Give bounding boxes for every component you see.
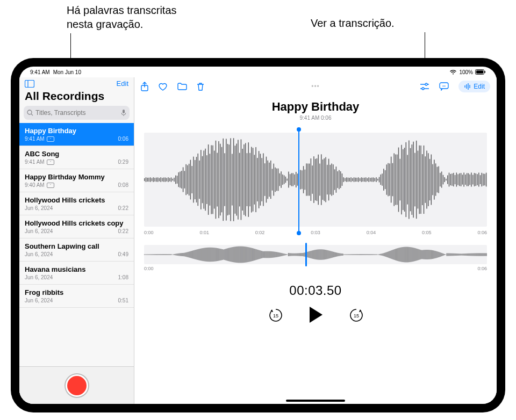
edit-button[interactable]: Edit (458, 81, 490, 92)
more-dots-icon[interactable]: ••• (311, 83, 320, 90)
svg-rect-92 (253, 148, 253, 211)
svg-rect-292 (187, 252, 188, 257)
svg-rect-237 (468, 173, 469, 186)
svg-rect-540 (442, 254, 443, 256)
svg-rect-48 (187, 165, 188, 194)
trash-icon[interactable] (197, 82, 204, 91)
svg-rect-93 (254, 155, 255, 204)
svg-rect-357 (254, 249, 255, 260)
waveform-overview[interactable] (144, 245, 487, 264)
svg-rect-218 (440, 173, 440, 187)
svg-rect-285 (180, 253, 181, 256)
status-time: 9:41 AM (30, 69, 50, 75)
skip-forward-15-icon[interactable]: 15 (348, 307, 363, 322)
svg-rect-155 (346, 177, 347, 182)
svg-rect-252 (146, 254, 147, 255)
svg-rect-476 (377, 254, 377, 255)
svg-rect-24 (152, 178, 152, 182)
svg-rect-459 (359, 254, 360, 255)
svg-rect-503 (404, 247, 405, 263)
recording-item-title: Southern Lapwing call (25, 242, 128, 250)
svg-rect-152 (342, 173, 342, 186)
svg-rect-405 (304, 253, 304, 257)
svg-rect-178 (381, 175, 381, 185)
svg-rect-366 (263, 251, 264, 258)
svg-rect-484 (385, 252, 385, 256)
svg-rect-550 (453, 254, 453, 256)
svg-rect-423 (322, 249, 322, 259)
svg-rect-352 (249, 248, 249, 262)
svg-rect-561 (464, 254, 464, 256)
svg-rect-529 (431, 250, 432, 259)
search-field[interactable] (24, 106, 130, 120)
recording-item[interactable]: Havana musiciansJun 6, 20241:08 (19, 262, 134, 285)
recording-item[interactable]: Happy Birthday9:41 AM"0:06 (19, 123, 134, 146)
recording-item-duration: 0:22 (118, 228, 128, 234)
svg-rect-236 (467, 173, 467, 186)
overview-playhead[interactable] (305, 243, 307, 266)
svg-rect-103 (269, 163, 269, 197)
svg-rect-110 (280, 173, 280, 186)
record-button[interactable] (66, 374, 88, 397)
svg-rect-274 (169, 254, 169, 255)
recording-item[interactable]: ABC Song9:41 AM"0:29 (19, 146, 134, 169)
svg-rect-510 (412, 248, 412, 262)
svg-rect-506 (407, 247, 408, 263)
svg-rect-282 (177, 254, 177, 256)
svg-rect-509 (411, 247, 411, 262)
svg-rect-250 (144, 254, 145, 255)
svg-rect-156 (348, 178, 348, 182)
svg-rect-254 (148, 254, 149, 255)
recording-item[interactable]: Southern Lapwing callJun 6, 20240:49 (19, 238, 134, 262)
svg-rect-343 (240, 247, 240, 263)
folder-icon[interactable] (177, 83, 187, 90)
svg-rect-486 (387, 252, 388, 257)
svg-point-10 (425, 83, 427, 85)
play-icon[interactable] (307, 306, 324, 324)
svg-rect-139 (322, 160, 323, 200)
svg-rect-73 (224, 153, 225, 206)
recording-item[interactable]: Hollywood Hills crickets copyJun 6, 2024… (19, 215, 134, 238)
playhead[interactable] (298, 129, 299, 233)
recording-item-title: Hollywood Hills crickets (25, 196, 128, 204)
mic-icon[interactable] (121, 109, 126, 117)
svg-rect-184 (389, 163, 390, 195)
sidebar-edit-button[interactable]: Edit (117, 79, 128, 88)
svg-rect-299 (195, 250, 195, 259)
svg-rect-331 (227, 248, 228, 261)
svg-rect-303 (198, 249, 199, 260)
svg-rect-295 (190, 251, 191, 258)
svg-rect-418 (317, 250, 318, 260)
recording-item-meta: Jun 6, 2024 (25, 274, 128, 280)
svg-rect-187 (393, 153, 394, 206)
svg-rect-66 (214, 150, 214, 208)
svg-rect-546 (449, 253, 449, 256)
svg-rect-80 (235, 146, 235, 214)
svg-rect-163 (358, 177, 359, 182)
search-input[interactable] (35, 109, 126, 117)
svg-rect-382 (280, 252, 281, 256)
speech-bubble-icon[interactable]: ••• (439, 82, 449, 91)
svg-rect-136 (318, 155, 318, 205)
svg-rect-446 (346, 254, 346, 255)
svg-rect-70 (220, 144, 220, 216)
svg-rect-428 (327, 250, 328, 259)
sidebar-toggle-icon[interactable] (25, 80, 34, 88)
recording-item[interactable]: Happy Birthday Mommy9:40 AM"0:08 (19, 169, 134, 192)
svg-rect-32 (163, 177, 164, 182)
waveform-main[interactable] (144, 133, 487, 227)
share-icon[interactable] (141, 82, 148, 91)
sliders-icon[interactable] (420, 83, 429, 90)
skip-back-15-icon[interactable]: 15 (268, 307, 283, 322)
svg-rect-557 (460, 254, 461, 255)
svg-rect-565 (468, 254, 469, 256)
svg-rect-167 (364, 178, 364, 182)
heart-icon[interactable] (158, 82, 168, 91)
recording-item[interactable]: Hollywood Hills cricketsJun 6, 20240:22 (19, 192, 134, 215)
svg-rect-278 (173, 254, 174, 255)
svg-rect-55 (198, 154, 198, 206)
recording-item[interactable]: Frog ribbitsJun 6, 20240:51 (19, 285, 134, 308)
svg-rect-574 (477, 253, 478, 256)
svg-rect-122 (297, 173, 298, 186)
recording-list: Happy Birthday9:41 AM"0:06ABC Song9:41 A… (19, 123, 134, 366)
